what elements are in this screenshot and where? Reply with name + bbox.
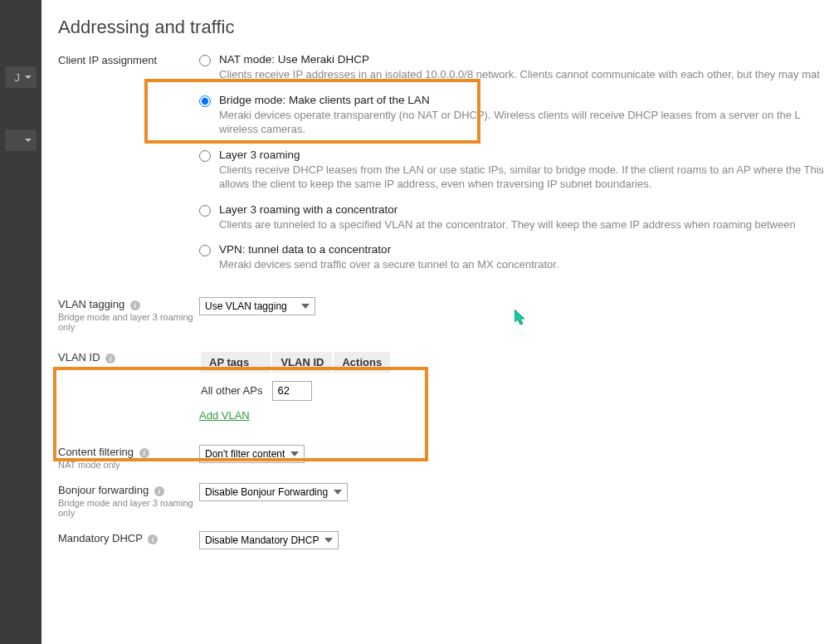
radio-option-vpn[interactable]: VPN: tunnel data to a concentrator Merak… xyxy=(199,243,829,272)
info-icon[interactable]: i xyxy=(105,354,115,363)
row-vlan-id: VLAN ID i AP tags VLAN ID Actions All ot… xyxy=(58,350,829,422)
input-vlan-id[interactable] xyxy=(272,381,312,401)
sidebar: J xyxy=(0,0,41,644)
sublabel-vlan-tagging: Bridge mode and layer 3 roaming only xyxy=(58,312,199,332)
section-heading: Addressing and traffic xyxy=(58,17,829,38)
radio-desc: Meraki devices send traffic over a secur… xyxy=(219,257,829,272)
col-ap-tags: AP tags xyxy=(201,352,271,373)
radio-bridge-mode[interactable] xyxy=(199,95,211,107)
select-vlan-tagging[interactable]: Use VLAN tagging xyxy=(199,297,315,315)
radio-option-bridge-mode[interactable]: Bridge mode: Make clients part of the LA… xyxy=(199,94,829,137)
sidebar-nav-letter: J xyxy=(15,71,21,84)
link-add-vlan[interactable]: Add VLAN xyxy=(199,409,250,422)
label-vlan-id: VLAN ID xyxy=(58,351,100,363)
radio-title: VPN: tunnel data to a concentrator xyxy=(219,243,829,256)
radio-title: Bridge mode: Make clients part of the LA… xyxy=(219,94,829,106)
row-vlan-tagging: VLAN tagging i Bridge mode and layer 3 r… xyxy=(58,297,829,332)
label-mandatory-dhcp: Mandatory DHCP xyxy=(58,532,143,544)
radio-desc: Meraki devices operate transparently (no… xyxy=(219,108,829,137)
select-mandatory-dhcp[interactable]: Disable Mandatory DHCP xyxy=(199,531,339,549)
caret-down-icon xyxy=(25,76,32,79)
table-row: All other APs xyxy=(201,374,390,404)
select-content-filtering[interactable]: Don't filter content xyxy=(199,445,305,463)
row-content-filtering: Content filtering i NAT mode only Don't … xyxy=(58,445,829,470)
info-icon[interactable]: i xyxy=(139,448,149,458)
row-bonjour-forwarding: Bonjour forwarding i Bridge mode and lay… xyxy=(58,483,829,518)
info-icon[interactable]: i xyxy=(154,486,164,496)
sidebar-nav-item-1[interactable]: J xyxy=(5,66,37,88)
radio-title: Layer 3 roaming xyxy=(219,149,829,161)
radio-layer3-roaming[interactable] xyxy=(199,150,211,162)
svg-marker-0 xyxy=(514,310,524,324)
radio-vpn[interactable] xyxy=(199,245,211,256)
cursor-icon xyxy=(514,310,528,326)
caret-down-icon xyxy=(25,139,32,142)
radio-desc: Clients receive IP addresses in an isola… xyxy=(219,67,829,82)
label-bonjour: Bonjour forwarding xyxy=(58,484,149,496)
info-icon[interactable]: i xyxy=(130,300,140,310)
radio-desc: Clients are tunneled to a specified VLAN… xyxy=(219,217,829,232)
col-actions: Actions xyxy=(334,352,390,373)
select-bonjour[interactable]: Disable Bonjour Forwarding xyxy=(199,483,348,501)
label-content-filtering: Content filtering xyxy=(58,446,134,458)
radio-title: Layer 3 roaming with a concentrator xyxy=(219,203,829,216)
vlan-id-table: AP tags VLAN ID Actions All other APs xyxy=(199,350,392,406)
label-client-ip-assignment: Client IP assignment xyxy=(58,54,199,66)
main-content: Addressing and traffic Client IP assignm… xyxy=(58,8,829,644)
radio-nat-mode[interactable] xyxy=(199,55,211,66)
label-vlan-tagging: VLAN tagging xyxy=(58,298,124,310)
info-icon[interactable]: i xyxy=(148,534,158,544)
radio-option-layer3-concentrator[interactable]: Layer 3 roaming with a concentrator Clie… xyxy=(199,203,829,232)
radio-option-nat-mode[interactable]: NAT mode: Use Meraki DHCP Clients receiv… xyxy=(199,53,829,82)
cell-ap-tags: All other APs xyxy=(201,374,271,404)
sublabel-content-filtering: NAT mode only xyxy=(58,460,199,470)
radio-layer3-concentrator[interactable] xyxy=(199,205,211,217)
col-vlan-id: VLAN ID xyxy=(272,352,332,373)
radio-desc: Clients receive DHCP leases from the LAN… xyxy=(219,163,829,192)
sublabel-bonjour: Bridge mode and layer 3 roaming only xyxy=(58,498,199,518)
radio-option-layer3-roaming[interactable]: Layer 3 roaming Clients receive DHCP lea… xyxy=(199,149,829,192)
sidebar-nav-item-2[interactable] xyxy=(5,129,37,151)
row-mandatory-dhcp: Mandatory DHCP i Disable Mandatory DHCP xyxy=(58,531,829,549)
row-client-ip-assignment: Client IP assignment NAT mode: Use Merak… xyxy=(58,53,829,284)
radio-title: NAT mode: Use Meraki DHCP xyxy=(219,53,829,66)
